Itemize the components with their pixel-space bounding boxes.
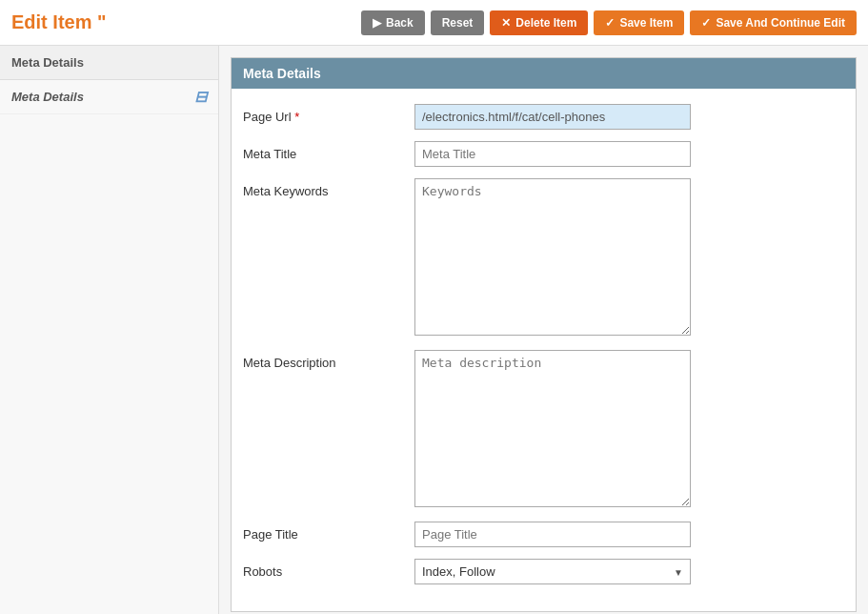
back-button[interactable]: ▶ Back — [361, 10, 425, 35]
sidebar-collapse-icon: ⊟ — [194, 88, 207, 106]
page-url-label: Page Url * — [243, 104, 414, 124]
save-icon: ✓ — [605, 16, 615, 30]
header-bar: Edit Item " ▶ Back Reset ✕ Delete Item ✓… — [0, 0, 868, 46]
save-continue-button[interactable]: ✓ Save And Continue Edit — [690, 10, 857, 35]
layout: Meta Details Meta Details ⊟ Meta Details… — [0, 46, 868, 614]
meta-title-row: Meta Title — [243, 141, 844, 167]
sidebar: Meta Details Meta Details ⊟ — [0, 46, 219, 614]
meta-details-section: Meta Details Page Url * Meta Title — [231, 57, 857, 612]
meta-keywords-control — [414, 178, 691, 338]
section-body: Page Url * Meta Title Meta Key — [232, 89, 856, 611]
reset-button[interactable]: Reset — [431, 10, 485, 35]
save-button[interactable]: ✓ Save Item — [594, 10, 684, 35]
meta-description-label: Meta Description — [243, 350, 414, 370]
meta-keywords-input[interactable] — [414, 178, 691, 336]
page-url-control — [414, 104, 691, 130]
page-url-row: Page Url * — [243, 104, 844, 130]
sidebar-item-meta-details[interactable]: Meta Details ⊟ — [0, 80, 218, 114]
meta-description-input[interactable] — [414, 350, 691, 507]
section-header: Meta Details — [232, 58, 856, 89]
page-title-control — [414, 522, 691, 547]
meta-title-input[interactable] — [414, 141, 691, 167]
header-actions: ▶ Back Reset ✕ Delete Item ✓ Save Item ✓… — [361, 10, 857, 35]
delete-button[interactable]: ✕ Delete Item — [490, 10, 588, 35]
robots-row: Robots Index, Follow No Index, Follow In… — [243, 559, 844, 584]
page-url-input[interactable] — [414, 104, 691, 130]
robots-select[interactable]: Index, Follow No Index, Follow Index, No… — [414, 559, 691, 584]
robots-control: Index, Follow No Index, Follow Index, No… — [414, 559, 691, 584]
robots-select-wrapper: Index, Follow No Index, Follow Index, No… — [414, 559, 691, 584]
meta-title-control — [414, 141, 691, 167]
page-title: Edit Item " — [11, 11, 361, 33]
meta-keywords-row: Meta Keywords — [243, 178, 844, 338]
meta-description-row: Meta Description — [243, 350, 844, 510]
required-marker: * — [294, 110, 299, 124]
back-icon: ▶ — [373, 16, 381, 30]
save-continue-icon: ✓ — [701, 16, 711, 30]
main-content: Meta Details Page Url * Meta Title — [219, 46, 868, 614]
sidebar-item-label: Meta Details — [11, 90, 84, 104]
meta-title-label: Meta Title — [243, 141, 414, 161]
meta-description-control — [414, 350, 691, 510]
page-title-row: Page Title — [243, 522, 844, 547]
meta-keywords-label: Meta Keywords — [243, 178, 414, 198]
sidebar-section-title: Meta Details — [0, 46, 218, 80]
robots-label: Robots — [243, 559, 414, 579]
delete-icon: ✕ — [501, 16, 511, 30]
page-title-label: Page Title — [243, 522, 414, 542]
page-title-input[interactable] — [414, 522, 691, 547]
